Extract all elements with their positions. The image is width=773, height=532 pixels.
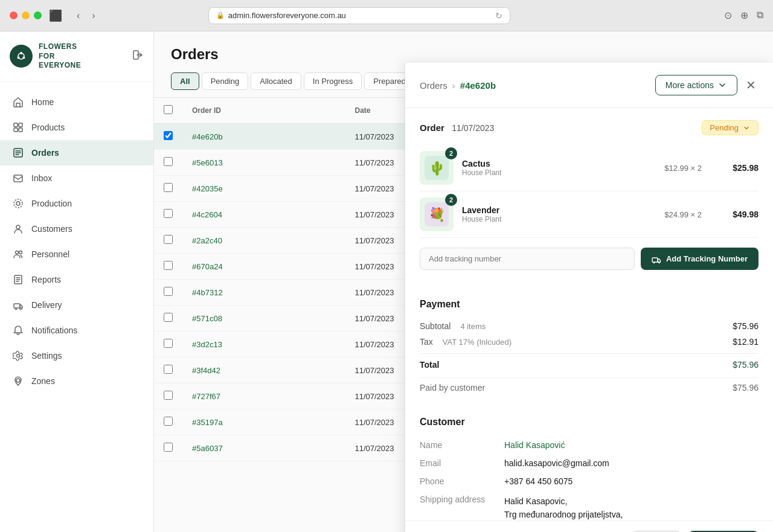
svg-point-16 xyxy=(16,202,20,205)
lock-icon: 🔒 xyxy=(216,11,225,19)
row-checkbox[interactable] xyxy=(164,261,173,270)
sidebar-item-notifications-label: Notifications xyxy=(31,325,77,335)
order-id-link[interactable]: #4c2604 xyxy=(192,210,222,219)
name-label: Name xyxy=(420,440,504,450)
product-info-cactus: Cactus House Plant xyxy=(462,159,656,177)
order-id-link[interactable]: #5a6037 xyxy=(192,444,223,453)
notifications-icon xyxy=(12,324,24,336)
sidebar-item-settings[interactable]: Settings xyxy=(0,343,153,368)
sidebar-item-delivery[interactable]: Delivery xyxy=(0,292,153,318)
tracking-number-input[interactable] xyxy=(420,248,635,270)
overlay-header: Orders › #4e620b More actions ✕ xyxy=(405,63,773,108)
total-value: $75.96 xyxy=(733,360,759,370)
svg-rect-8 xyxy=(19,123,22,127)
sidebar-item-orders[interactable]: Orders xyxy=(0,140,153,165)
forward-nav-button[interactable]: › xyxy=(89,9,97,22)
sidebar-item-production[interactable]: Production xyxy=(0,191,153,216)
sidebar-item-products-label: Products xyxy=(31,123,65,132)
back-nav-button[interactable]: ‹ xyxy=(74,9,82,22)
tabs-icon[interactable]: ⧉ xyxy=(757,10,763,21)
address-bar[interactable]: 🔒 admin.flowersforeveryone.com.au ↻ xyxy=(208,7,510,24)
sidebar-toggle-button[interactable]: ⬛ xyxy=(49,9,62,22)
payment-section: Payment Subtotal 4 items $75.96 Tax VAT … xyxy=(420,299,759,397)
sidebar-item-personnel[interactable]: Personnel xyxy=(0,242,153,267)
customer-name-link[interactable]: Halid Kasapović xyxy=(504,440,565,450)
row-checkbox[interactable] xyxy=(164,131,173,140)
more-actions-button[interactable]: More actions xyxy=(655,75,737,95)
row-checkbox[interactable] xyxy=(164,339,173,348)
filter-tab-inprogress[interactable]: In Progress xyxy=(304,72,362,90)
maximize-traffic-light[interactable] xyxy=(34,11,42,19)
logo-text: FLOWERS FOR EVERYONE xyxy=(39,42,81,71)
row-checkbox[interactable] xyxy=(164,157,173,166)
svg-rect-10 xyxy=(19,128,22,132)
sidebar-item-inbox[interactable]: Inbox xyxy=(0,165,153,191)
row-checkbox[interactable] xyxy=(164,417,173,426)
email-label: Email xyxy=(420,458,504,468)
sidebar-item-zones[interactable]: Zones xyxy=(0,368,153,394)
order-detail-panel: Orders › #4e620b More actions ✕ Order 11… xyxy=(405,63,773,532)
row-checkbox[interactable] xyxy=(164,443,173,452)
product-image-wrap-lavender: 💐 2 xyxy=(420,197,454,231)
sidebar-item-products[interactable]: Products xyxy=(0,115,153,140)
filter-tab-pending[interactable]: Pending xyxy=(202,72,249,90)
order-id-link[interactable]: #2a2c40 xyxy=(192,236,222,245)
order-section-header: Order 11/07/2023 Pending xyxy=(420,120,759,135)
select-all-checkbox[interactable] xyxy=(164,105,173,114)
row-checkbox[interactable] xyxy=(164,209,173,218)
close-overlay-button[interactable]: ✕ xyxy=(743,75,759,95)
row-checkbox[interactable] xyxy=(164,365,173,374)
order-id-link[interactable]: #35197a xyxy=(192,418,223,427)
order-id-link[interactable]: #670a24 xyxy=(192,262,223,271)
svg-text:💐: 💐 xyxy=(429,207,446,223)
minimize-traffic-light[interactable] xyxy=(22,11,30,19)
order-id-link[interactable]: #5e6013 xyxy=(192,158,223,167)
new-tab-icon[interactable]: ⊕ xyxy=(740,10,748,21)
sidebar-item-customers[interactable]: Customers xyxy=(0,216,153,242)
paid-label: Paid by customer xyxy=(420,383,485,393)
sidebar-item-reports-label: Reports xyxy=(31,275,61,284)
page-title: Orders xyxy=(171,46,756,63)
breadcrumb-orders-link[interactable]: Orders xyxy=(420,80,447,91)
order-id-link[interactable]: #42035e xyxy=(192,184,223,193)
production-icon xyxy=(12,197,24,210)
order-id-link[interactable]: #3d2c13 xyxy=(192,340,222,349)
order-id-link[interactable]: #727f67 xyxy=(192,392,220,401)
home-icon xyxy=(12,96,24,108)
sidebar-item-notifications[interactable]: Notifications xyxy=(0,318,153,343)
product-qty-badge-lavender: 2 xyxy=(445,194,457,206)
order-id-link[interactable]: #3f4d42 xyxy=(192,366,220,375)
sidebar-item-reports[interactable]: Reports xyxy=(0,267,153,292)
reports-icon xyxy=(12,274,24,286)
logout-button[interactable] xyxy=(132,49,144,64)
customer-section: Customer Name Halid Kasapović Email hali… xyxy=(420,417,759,521)
product-type-lavender: House Plant xyxy=(462,215,656,223)
add-tracking-button[interactable]: Add Tracking Number xyxy=(641,248,759,270)
row-checkbox[interactable] xyxy=(164,235,173,244)
order-id-link[interactable]: #4b7312 xyxy=(192,288,223,297)
row-checkbox[interactable] xyxy=(164,313,173,322)
row-checkbox[interactable] xyxy=(164,287,173,296)
order-date-display: 11/07/2023 xyxy=(452,123,494,133)
svg-point-36 xyxy=(658,261,660,263)
svg-point-3 xyxy=(23,57,25,59)
reload-icon[interactable]: ↻ xyxy=(495,11,502,21)
payment-tax-row: Tax VAT 17% (Inlcuded) $12.91 xyxy=(420,334,759,350)
overlay-header-actions: More actions ✕ xyxy=(655,75,759,95)
row-checkbox[interactable] xyxy=(164,391,173,400)
tax-value: $12.91 xyxy=(733,337,759,347)
sidebar-item-zones-label: Zones xyxy=(31,376,55,386)
filter-tab-allocated[interactable]: Allocated xyxy=(251,72,301,90)
svg-point-26 xyxy=(15,308,17,310)
status-badge[interactable]: Pending xyxy=(702,120,759,135)
row-checkbox[interactable] xyxy=(164,183,173,192)
product-image-wrap-cactus: 🌵 2 xyxy=(420,151,454,185)
order-id-link[interactable]: #4e620b xyxy=(192,132,223,141)
close-traffic-light[interactable] xyxy=(10,11,18,19)
order-id-link[interactable]: #571c08 xyxy=(192,314,222,323)
sidebar-item-home[interactable]: Home xyxy=(0,89,153,115)
history-icon[interactable]: ⊙ xyxy=(724,10,732,21)
filter-tab-all[interactable]: All xyxy=(171,72,199,90)
svg-rect-7 xyxy=(14,123,18,127)
browser-actions: ⊙ ⊕ ⧉ xyxy=(724,10,763,21)
